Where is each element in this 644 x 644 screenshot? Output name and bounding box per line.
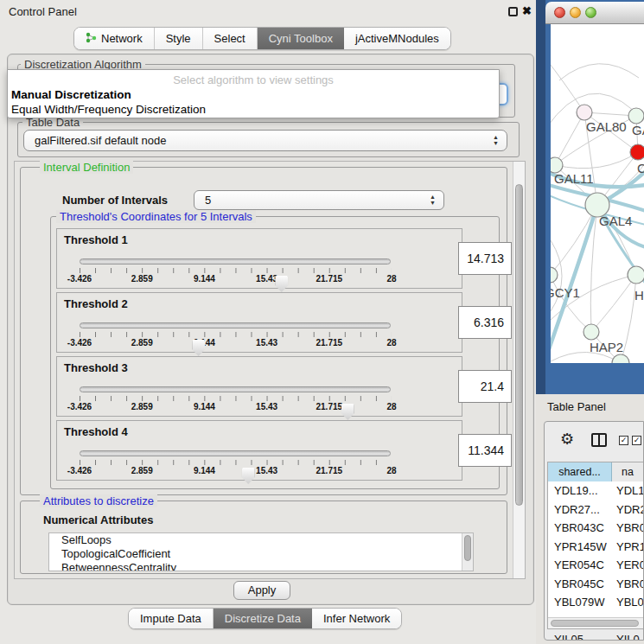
attributes-groupbox: Attributes to discretize Numerical Attri… (20, 501, 507, 574)
number-of-intervals-label: Number of Intervals (62, 194, 168, 207)
column-header-shared-name[interactable]: shared... (548, 462, 612, 481)
list-item[interactable]: BetweennessCentrality (49, 561, 473, 571)
tick-label: 2.859 (131, 466, 153, 475)
close-icon[interactable]: ✖ (522, 4, 532, 17)
tick-label: 21.715 (316, 402, 343, 411)
threshold-3-panel: Threshold 3 -3.426 2.859 9.144 15.43 21.… (56, 356, 462, 417)
table-row[interactable]: YIL05...YIL0 (548, 630, 643, 641)
apply-button[interactable]: Apply (233, 581, 290, 600)
table-row[interactable]: YBL079WYBL0 (548, 593, 643, 612)
node-label-h: H (634, 288, 644, 303)
network-node-gcy1[interactable] (551, 267, 558, 283)
list-item[interactable]: TopologicalCoefficient (49, 547, 473, 561)
threshold-3-value-field[interactable]: 21.4 (458, 370, 512, 403)
tab-jactivemnodules[interactable]: jActiveMNodules (344, 28, 450, 49)
table-panel-body: ⚙ ✓ ✓ shared... na YDL19...YDL1 YDR27...… (544, 421, 644, 641)
table-row[interactable]: YER054CYER0 (548, 556, 643, 575)
table-row[interactable]: YPR145WYPR1 (548, 538, 643, 557)
tab-impute-data[interactable]: Impute Data (129, 609, 214, 628)
threshold-1-value-field[interactable]: 14.713 (458, 242, 512, 275)
number-of-intervals-value: 5 (205, 194, 211, 207)
network-canvas[interactable]: GAL80 GA C GAL11 GAL4 GCY1 H HAP2 (551, 24, 644, 363)
threshold-4-value-field[interactable]: 11.344 (458, 434, 512, 467)
tab-select[interactable]: Select (203, 28, 258, 49)
table-row[interactable]: YBR045CYBR0 (548, 575, 643, 594)
option-manual-discretization[interactable]: Manual Discretization (11, 88, 131, 101)
thresholds-groupbox: Threshold's Coordinates for 5 Intervals … (50, 216, 500, 489)
threshold-2-value-field[interactable]: 6.316 (458, 306, 512, 339)
node-label-gcy1: GCY1 (551, 285, 580, 300)
node-label-c: C (637, 161, 644, 175)
tab-discretize-data[interactable]: Discretize Data (214, 609, 312, 628)
control-panel-titlebar: Control Panel ✖ (0, 0, 536, 22)
table-horizontal-scrollbar[interactable] (548, 617, 643, 628)
tab-cyni-toolbox[interactable]: Cyni Toolbox (258, 28, 344, 49)
threshold-3-slider-thumb[interactable] (341, 404, 354, 420)
list-scrollbar[interactable] (462, 533, 473, 571)
network-node-hap2[interactable] (583, 324, 599, 340)
attributes-group-label: Attributes to discretize (40, 494, 157, 507)
threshold-1-slider-thumb[interactable] (275, 276, 288, 292)
minimize-traffic-light[interactable] (570, 7, 581, 18)
tab-infer-network[interactable]: Infer Network (312, 609, 401, 628)
top-tab-bar: Network Style Select Cyni Toolbox jActiv… (73, 27, 451, 50)
table-data-selected: galFiltered.sif default node (35, 134, 166, 147)
tick-label: 9.144 (194, 402, 215, 411)
tick-label: 2.859 (131, 338, 153, 348)
algorithm-hint: Select algorithm to view settings (8, 73, 499, 86)
settings-scroll-area: Interval Definition Number of Intervals … (14, 161, 526, 579)
threshold-4-label: Threshold 4 (64, 425, 128, 438)
tick-label: 28 (386, 466, 396, 475)
tick-label: 2.859 (131, 402, 153, 411)
tick-label: 28 (386, 274, 396, 284)
threshold-4-panel: Threshold 4 -3.426 2.859 9.144 15.43 21.… (56, 420, 462, 481)
network-node-bottom[interactable] (612, 354, 629, 363)
checkbox-icon[interactable]: ✓ (619, 436, 628, 445)
option-equal-width-frequency[interactable]: Equal Width/Frequency Discretization (11, 103, 206, 116)
algorithm-dropdown-popup: Select algorithm to view settings Manual… (7, 69, 500, 118)
zoom-traffic-light[interactable] (585, 7, 596, 18)
main-scrollbar-thumb[interactable] (515, 184, 523, 506)
network-node-gal80[interactable] (577, 105, 592, 120)
tab-network[interactable]: Network (74, 28, 155, 49)
float-icon[interactable] (508, 7, 518, 16)
tick-label: -3.426 (67, 402, 92, 411)
numerical-attributes-list[interactable]: SelfLoops TopologicalCoefficient Between… (48, 532, 474, 571)
threshold-2-ticks (80, 332, 392, 337)
tick-label: -3.426 (67, 274, 92, 284)
tab-style[interactable]: Style (155, 28, 203, 49)
table-row[interactable]: YBR043CYBR0 (548, 519, 643, 538)
checkbox-icon[interactable]: ✓ (632, 436, 641, 445)
tick-label: 21.715 (316, 274, 343, 284)
network-node-ga[interactable] (628, 108, 644, 124)
tick-label: 28 (386, 402, 396, 411)
tick-label: 21.715 (316, 338, 343, 348)
table-row[interactable]: YDR27...YDR2 (548, 501, 643, 520)
split-columns-icon[interactable] (591, 433, 607, 447)
threshold-1-label: Threshold 1 (64, 233, 128, 246)
gear-icon[interactable]: ⚙ (560, 430, 574, 448)
node-label-hap2: HAP2 (590, 340, 623, 354)
tick-label: 15.43 (256, 338, 277, 348)
table-data-combobox[interactable]: galFiltered.sif default node ▲▼ (23, 130, 507, 151)
tick-label: 9.144 (194, 466, 215, 475)
table-row[interactable]: YDL19...YDL1 (548, 481, 643, 501)
node-label-ga: GA (632, 123, 644, 137)
main-scrollbar[interactable] (513, 162, 525, 578)
tick-label: 15.43 (256, 466, 277, 475)
threshold-1-ticks (80, 268, 392, 273)
control-panel: Control Panel ✖ Network Style Select Cyn… (0, 0, 536, 644)
table-panel: Table Panel ⚙ ✓ ✓ shared... na YDL19...Y… (536, 394, 644, 644)
node-label-gal4: GAL4 (599, 214, 632, 228)
threshold-2-slider-thumb[interactable] (192, 340, 205, 356)
column-header-name[interactable]: na (612, 462, 643, 481)
network-window: GAL80 GA C GAL11 GAL4 GCY1 H HAP2 (536, 0, 644, 394)
threshold-4-slider-thumb[interactable] (242, 468, 255, 484)
threshold-4-ticks (80, 460, 392, 465)
network-node-h[interactable] (628, 266, 644, 284)
number-of-intervals-spinner[interactable]: 5 ▲▼ (194, 190, 444, 210)
list-item[interactable]: SelfLoops (49, 533, 473, 547)
network-node-red[interactable] (630, 144, 644, 160)
close-traffic-light[interactable] (554, 7, 565, 18)
threshold-3-ticks (80, 396, 392, 401)
